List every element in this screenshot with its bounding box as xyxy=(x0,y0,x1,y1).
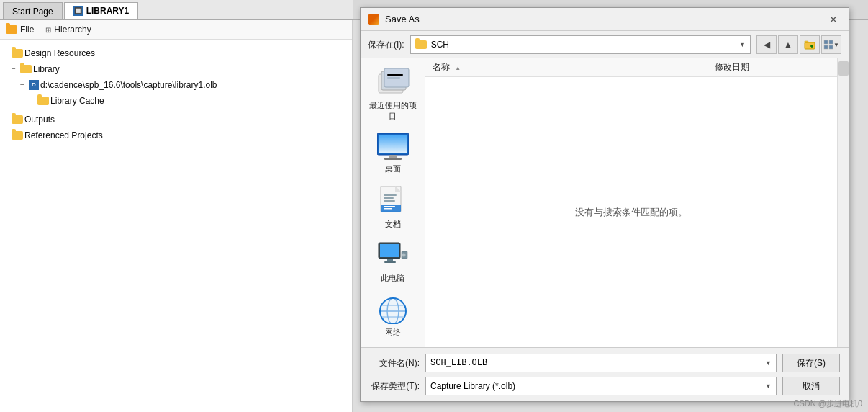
tree-label-outputs: Outputs xyxy=(24,112,55,127)
tree-item-referenced[interactable]: Referenced Projects xyxy=(3,127,349,143)
sidebar-item-desktop[interactable]: 桌面 xyxy=(364,129,422,179)
location-label: 保存在(I): xyxy=(368,39,404,51)
pc-icon xyxy=(377,241,409,270)
folder-icon-outputs xyxy=(12,115,23,124)
nav-back-button[interactable]: ◀ xyxy=(756,35,777,54)
svg-point-28 xyxy=(402,254,405,257)
svg-rect-6 xyxy=(829,45,833,49)
recent-icon xyxy=(376,68,410,97)
cancel-button[interactable]: 取消 xyxy=(782,377,840,395)
folder-icon-design-resources xyxy=(12,49,23,58)
tab-library1[interactable]: 🔲 LIBRARY1 xyxy=(64,2,139,19)
tree-item-library[interactable]: − Library xyxy=(12,61,349,77)
filename-dropdown-arrow: ▼ xyxy=(765,359,772,367)
toolbar-file[interactable]: File xyxy=(6,24,34,35)
tree-item-library-file[interactable]: − D d:\cadence\spb_16.6\tools\capture\li… xyxy=(20,77,349,93)
tree-item-design-resources[interactable]: − Design Resources xyxy=(3,45,349,61)
nav-new-folder-button[interactable] xyxy=(800,35,820,54)
folder-icon-cache xyxy=(37,97,49,105)
watermark-text: CSDN @步进电机0 xyxy=(793,399,862,408)
view-dropdown-marker: ▼ xyxy=(833,42,839,48)
dialog-footer: 文件名(N): ▼ 保存(S) 保存类型(T): Capture Library… xyxy=(361,347,849,401)
desktop-label: 桌面 xyxy=(385,164,401,174)
svg-rect-10 xyxy=(387,74,403,76)
documents-label: 文档 xyxy=(385,219,401,230)
svg-rect-25 xyxy=(387,259,393,261)
app-window: Start Page 🔲 LIBRARY1 File ⊞ Hierarchy −… xyxy=(0,0,868,412)
column-name: 名称 ▲ xyxy=(433,61,715,73)
filename-label: 文件名(N): xyxy=(369,357,420,370)
location-dropdown-arrow: ▼ xyxy=(739,41,746,48)
folder-icon-library xyxy=(20,65,32,73)
location-combo[interactable]: SCH ▼ xyxy=(410,35,751,54)
svg-rect-5 xyxy=(824,45,828,49)
expand-icon-cache xyxy=(29,94,36,108)
svg-rect-17 xyxy=(384,194,397,196)
dialog-titlebar: Save As ✕ xyxy=(361,8,849,31)
network-label: 网络 xyxy=(385,327,401,338)
hierarchy-label: Hierarchy xyxy=(54,24,91,35)
nav-up-button[interactable]: ▲ xyxy=(778,35,798,54)
expand-icon-design-resources[interactable]: − xyxy=(3,46,10,61)
svg-rect-13 xyxy=(379,135,407,153)
filename-input[interactable] xyxy=(430,358,762,368)
tab-start-page[interactable]: Start Page xyxy=(3,2,63,19)
save-as-dialog: Save As ✕ 保存在(I): SCH ▼ ◀ ▲ xyxy=(360,7,849,402)
file-list-empty: 没有与搜索条件匹配的项。 xyxy=(425,77,837,347)
filename-input-wrapper[interactable]: ▼ xyxy=(425,354,777,372)
dialog-title-icon xyxy=(368,14,379,25)
sidebar-item-network[interactable]: 网络 xyxy=(364,291,422,342)
file-tree: − Design Resources − Library − D d:\cade… xyxy=(0,40,352,149)
dialog-close-button[interactable]: ✕ xyxy=(826,12,841,27)
save-button[interactable]: 保存(S) xyxy=(782,354,840,372)
tree-label-design-resources: Design Resources xyxy=(24,46,95,61)
tree-label-referenced: Referenced Projects xyxy=(24,128,103,143)
scrollbar-thumb[interactable] xyxy=(838,61,849,76)
file-list-header: 名称 ▲ 修改日期 xyxy=(425,58,837,77)
toolbar-hierarchy[interactable]: ⊞ Hierarchy xyxy=(45,24,91,35)
svg-rect-21 xyxy=(384,206,395,207)
location-text: SCH xyxy=(431,40,735,50)
file-icon-library: D xyxy=(29,80,39,90)
tree-item-outputs[interactable]: Outputs xyxy=(3,112,349,127)
svg-rect-18 xyxy=(384,197,394,199)
panel-toolbar: File ⊞ Hierarchy xyxy=(0,20,352,40)
network-icon xyxy=(377,295,409,324)
left-panel: File ⊞ Hierarchy − Design Resources − Li… xyxy=(0,20,353,412)
expand-icon-referenced xyxy=(3,128,10,143)
watermark: CSDN @步进电机0 xyxy=(793,398,862,409)
file-label: File xyxy=(20,24,34,35)
location-bar: 保存在(I): SCH ▼ ◀ ▲ xyxy=(361,31,849,58)
library1-label: LIBRARY1 xyxy=(86,6,130,16)
desktop-icon xyxy=(377,133,409,161)
filetype-row: 保存类型(T): Capture Library (*.olb) ▼ 取消 xyxy=(369,377,840,395)
tree-item-library-cache[interactable]: Library Cache xyxy=(29,93,349,109)
sidebar-item-documents[interactable]: 文档 xyxy=(364,182,422,234)
tree-label-library-file: d:\cadence\spb_16.6\tools\capture\librar… xyxy=(40,78,217,92)
svg-point-34 xyxy=(381,299,405,323)
file-list-scrollbar[interactable] xyxy=(837,58,849,347)
sidebar-item-recent[interactable]: 最近使用的项目 xyxy=(364,64,422,126)
tree-label-library-cache: Library Cache xyxy=(50,94,104,108)
expand-icon-outputs xyxy=(3,112,10,127)
svg-rect-11 xyxy=(387,77,400,79)
filetype-select[interactable]: Capture Library (*.olb) ▼ xyxy=(425,377,777,395)
dialog-title-area: Save As xyxy=(368,14,420,25)
column-date: 修改日期 xyxy=(715,61,830,73)
filename-row: 文件名(N): ▼ 保存(S) xyxy=(369,354,840,372)
nav-view-button[interactable]: ▼ xyxy=(821,35,841,54)
pc-label: 此电脑 xyxy=(381,273,404,284)
documents-icon xyxy=(379,186,407,216)
library-tab-icon: 🔲 xyxy=(73,6,83,16)
expand-icon-library[interactable]: − xyxy=(12,62,19,76)
svg-rect-22 xyxy=(384,208,392,210)
recent-label: 最近使用的项目 xyxy=(367,100,419,122)
svg-rect-3 xyxy=(824,40,828,44)
dialog-body: 最近使用的项目 xyxy=(361,58,849,347)
filetype-label: 保存类型(T): xyxy=(369,380,420,393)
start-page-label: Start Page xyxy=(12,6,53,17)
dialog-title-text: Save As xyxy=(385,14,420,24)
filetype-value: Capture Library (*.olb) xyxy=(430,381,515,391)
sidebar-item-pc[interactable]: 此电脑 xyxy=(364,237,422,288)
expand-icon-library-file[interactable]: − xyxy=(20,78,27,92)
